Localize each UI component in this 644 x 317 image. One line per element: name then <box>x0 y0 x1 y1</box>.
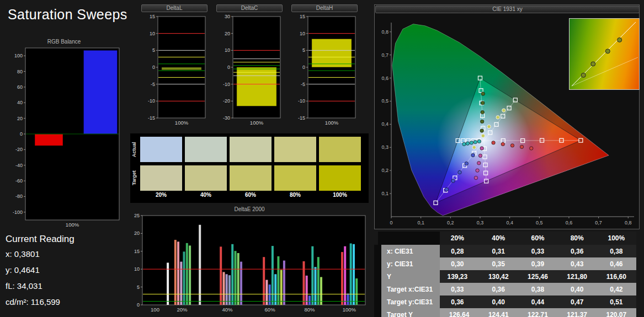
swatch-actual-100% <box>319 137 361 162</box>
delta-e-bar-11 <box>228 275 231 305</box>
cie-1931-panel[interactable]: CIE 1931 xy 00,10,20,30,40,50,60,70,80,1… <box>374 4 640 229</box>
y-tick-label: -5 <box>151 82 155 87</box>
swatch-target-80% <box>274 165 316 191</box>
delta-e-bar-2 <box>177 241 179 305</box>
delta-c-panel[interactable]: DeltaC 3020100-10-20-30100% <box>216 4 283 129</box>
delta-e-bar-1 <box>174 240 177 305</box>
inset-marker <box>618 37 622 42</box>
y-tick-label: 30 <box>225 14 230 19</box>
y-tick-label: -40 <box>15 163 23 168</box>
measurement-marker <box>502 109 505 112</box>
results-cell: 0,51 <box>597 295 636 308</box>
delta-e-bar-28 <box>315 267 317 305</box>
measurement-marker <box>530 147 533 150</box>
delta-l-panel[interactable]: DeltaL 151050-5-10-15100% <box>141 4 207 129</box>
cie-x-tick-label: 0,4 <box>506 220 513 225</box>
delta-h-panel[interactable]: DeltaH 151050-5-10-15100% <box>291 4 358 129</box>
x-axis-label: 100% <box>325 120 339 126</box>
y-tick-label: -5 <box>301 82 305 87</box>
delta-c-svg: 3020100-10-20-30100% <box>216 12 283 127</box>
measurement-marker <box>473 140 477 143</box>
results-cell: 0,38 <box>597 245 636 257</box>
results-cell: 120,07 <box>597 308 636 317</box>
results-row-label: Y <box>378 270 440 283</box>
current-reading-block: Current Reading x: 0,3801 y: 0,4641 fL: … <box>6 234 74 313</box>
swatch-row-label-actual: Actual <box>131 137 138 162</box>
delta-e-bar-33 <box>347 293 349 305</box>
results-table-panel[interactable]: 20%40%60%80%100%x: CIE310,280,310,330,36… <box>374 232 640 314</box>
results-row-label: Target y:CIE31 <box>378 295 440 308</box>
results-cell: 130,42 <box>479 270 518 283</box>
measurement-marker <box>478 154 482 157</box>
results-row: Target x:CIE310,330,360,380,400,42 <box>378 283 636 295</box>
measurement-marker <box>481 134 485 137</box>
measurement-marker <box>451 179 455 182</box>
delta-e-bar-36 <box>355 278 358 305</box>
cie-1931-title: CIE 1931 xy <box>375 6 640 13</box>
saturation-swatch-panel[interactable]: ActualTarget20%40%60%80%100% <box>130 133 369 203</box>
delta-e-bar-30 <box>320 277 322 305</box>
results-cell: 0,28 <box>440 245 479 257</box>
swatch-actual-80% <box>274 137 316 162</box>
delta-e-bar-8 <box>220 246 222 305</box>
delta-e-2000-panel[interactable]: DeltaE 2000 051015202510020%40%60%80%100… <box>128 206 371 317</box>
x-axis-label: 100% <box>250 120 264 126</box>
delta-e-bar-20 <box>274 274 276 305</box>
y-tick-label: 60 <box>17 84 23 90</box>
results-cell: 0,47 <box>557 295 597 308</box>
delta-e-bar-25 <box>306 276 308 305</box>
x-axis-label: 100% <box>66 222 79 228</box>
swatch-actual-20% <box>140 137 182 162</box>
inset-marker <box>591 62 595 66</box>
y-tick-label: 80 <box>17 69 23 74</box>
swatch-pct-label: 80% <box>274 192 316 198</box>
reading-x: x: 0,3801 <box>6 249 74 265</box>
rgb-balance-bar-0 <box>35 134 63 146</box>
cie-x-tick-label: 0,6 <box>566 220 573 225</box>
swatch-row-label-target: Target <box>131 165 138 191</box>
delta-e-bar-24 <box>303 261 305 305</box>
results-cell: 0,33 <box>440 283 479 295</box>
current-reading-heading: Current Reading <box>6 234 74 245</box>
results-cell: 0,33 <box>518 245 557 257</box>
results-cell: 139,23 <box>440 270 479 283</box>
cie-x-tick-label: 0,3 <box>477 220 484 225</box>
inset-marker <box>581 73 586 77</box>
y-tick-label: -20 <box>223 98 230 104</box>
y-tick-label: 10 <box>225 47 230 53</box>
measurement-marker <box>492 141 495 144</box>
rgb-balance-panel[interactable]: RGB Balance 100806040200-20-40-60-80-100… <box>4 39 124 232</box>
swatch-target-100% <box>319 165 361 191</box>
y-tick-label: 0 <box>227 65 230 70</box>
measurement-marker <box>487 125 491 128</box>
rgb-balance-title: RGB Balance <box>4 39 124 45</box>
rgb-balance-chart: 100806040200-20-40-60-80-100100% <box>4 46 124 232</box>
cie-zoom-inset <box>569 18 640 90</box>
measurement-marker <box>510 144 514 147</box>
y-tick-label: 5 <box>302 47 305 53</box>
delta-h-svg: 151050-5-10-15100% <box>291 12 358 127</box>
delta-l-bar-0 <box>162 67 201 70</box>
delta-e-bar-29 <box>317 257 320 305</box>
delta-e-bar-9 <box>223 272 225 305</box>
x-tick-label: 100% <box>343 307 356 313</box>
measurement-marker <box>466 142 469 145</box>
delta-h-bar-0 <box>312 39 352 67</box>
results-col-header <box>378 232 440 245</box>
delta-e-bar-13 <box>235 251 237 305</box>
y-tick-label: 5 <box>152 47 155 53</box>
delta-e-bar-19 <box>272 246 274 305</box>
swatch-actual-60% <box>230 137 272 162</box>
y-tick-label: -15 <box>148 115 155 121</box>
results-cell: 121,80 <box>557 270 597 283</box>
y-tick-label: 100 <box>14 53 23 58</box>
cie-inset-svg <box>570 19 639 89</box>
delta-e-bar-32 <box>344 246 346 305</box>
delta-e-bar-12 <box>231 244 233 305</box>
results-data-table: 20%40%60%80%100%x: CIE310,280,310,330,36… <box>374 232 640 317</box>
delta-e-bar-31 <box>341 252 343 305</box>
delta-l-title: DeltaL <box>141 4 207 12</box>
x-tick-label: 100 <box>151 307 159 313</box>
rgb-balance-bar-1 <box>83 50 117 134</box>
results-cell: 124,41 <box>479 308 518 317</box>
